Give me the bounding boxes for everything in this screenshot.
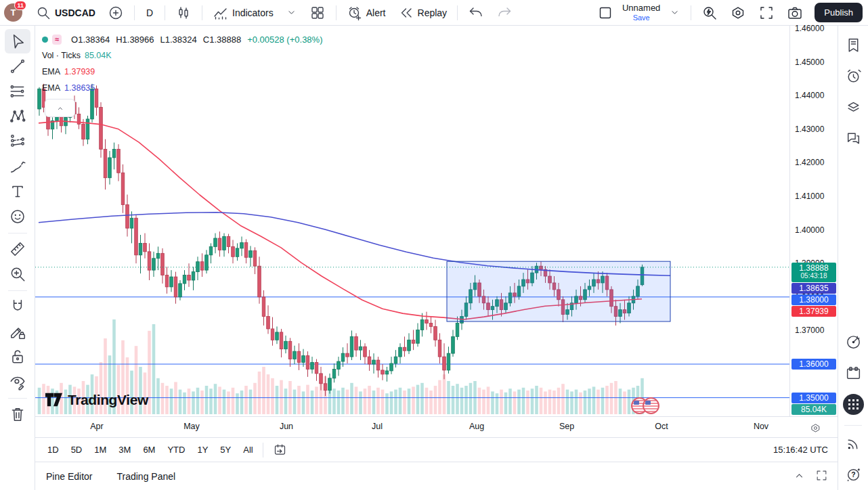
- plus-circle-icon: [108, 5, 124, 21]
- go-to-date-button[interactable]: [273, 443, 287, 457]
- tab-pine-editor[interactable]: Pine Editor: [46, 471, 92, 482]
- indicators-icon: [213, 5, 229, 21]
- fullscreen-button[interactable]: [754, 2, 779, 24]
- xabcd-icon: [9, 108, 26, 125]
- chart-pane: ≈ O1.38364 H1.38966 L1.38324 C1.38888 +0…: [35, 26, 838, 490]
- chat-button[interactable]: [843, 128, 864, 149]
- price-tick: 1.46000: [795, 23, 824, 34]
- compare-add-button[interactable]: [103, 2, 129, 24]
- range-all[interactable]: All: [238, 441, 258, 458]
- target-icon: [845, 334, 862, 351]
- replay-button[interactable]: Replay: [393, 2, 452, 24]
- cursor-tool[interactable]: [5, 29, 30, 53]
- range-5y[interactable]: 5Y: [215, 441, 236, 458]
- remove-drawings-button[interactable]: [5, 402, 30, 426]
- month-label: Apr: [90, 422, 103, 431]
- projection-icon: [9, 133, 26, 150]
- quick-search-button[interactable]: [697, 2, 722, 24]
- indicators-button[interactable]: Indicators: [208, 2, 278, 24]
- screenshot-button[interactable]: [782, 2, 808, 24]
- calendar-button[interactable]: [843, 363, 864, 384]
- price-axis[interactable]: 1.460001.450001.440001.430001.420001.410…: [789, 26, 838, 416]
- interval-button[interactable]: D: [140, 5, 159, 21]
- indicator-templates-button[interactable]: [281, 4, 302, 21]
- trend-line-tool[interactable]: [5, 54, 30, 79]
- forecast-tool[interactable]: [5, 129, 30, 154]
- alert-button[interactable]: Alert: [342, 2, 391, 24]
- layout-menu-chevron[interactable]: [664, 4, 685, 21]
- trend-line-icon: [9, 58, 26, 75]
- divider: [263, 443, 263, 458]
- chart-style-button[interactable]: [171, 2, 196, 24]
- rectangle-drawing[interactable]: [447, 261, 670, 321]
- time-axis[interactable]: AprMayJunJulAugSepOctNov: [35, 416, 838, 437]
- price-axis-label: 85.04K: [791, 404, 836, 415]
- range-ytd[interactable]: YTD: [162, 441, 190, 458]
- hide-drawings-button[interactable]: [5, 370, 30, 394]
- price-axis-label: 1.3888805:43:18: [791, 263, 836, 282]
- range-3m[interactable]: 3M: [113, 441, 136, 458]
- lock-drawings-button[interactable]: [5, 344, 30, 369]
- utc-clock[interactable]: 15:16:42 UTC: [773, 445, 828, 455]
- drawing-mode-button[interactable]: [5, 319, 30, 344]
- price-axis-label: 1.37939: [791, 306, 836, 317]
- interval-label: D: [145, 7, 154, 18]
- candles-icon: [175, 5, 192, 21]
- divider: [457, 5, 458, 20]
- zoom-in-tool[interactable]: [5, 262, 30, 286]
- emoji-tool[interactable]: [5, 204, 30, 229]
- save-link[interactable]: Save: [633, 14, 650, 22]
- object-tree-button[interactable]: [843, 97, 864, 118]
- text-tool[interactable]: [5, 179, 30, 204]
- measure-tool[interactable]: [5, 237, 30, 261]
- watchlist-button[interactable]: [843, 35, 864, 55]
- hotlists-button[interactable]: [843, 332, 864, 353]
- range-buttons: 1D5D1M3M6MYTD1Y5YAll: [42, 441, 287, 458]
- range-6m[interactable]: 6M: [137, 441, 160, 458]
- publish-button[interactable]: Publish: [815, 3, 863, 22]
- alerts-panel-button[interactable]: [843, 66, 864, 87]
- redo-button[interactable]: [492, 2, 517, 24]
- undo-button[interactable]: [463, 2, 489, 24]
- fib-lines-icon: [9, 83, 26, 100]
- divider: [134, 5, 135, 20]
- more-apps-button[interactable]: [843, 394, 864, 415]
- news-feed-button[interactable]: [843, 433, 864, 454]
- top-toolbar: T 11 USDCAD D Indicators: [0, 0, 868, 26]
- settings-button[interactable]: [725, 2, 751, 24]
- range-1y[interactable]: 1Y: [192, 441, 213, 458]
- calendar-icon: [845, 365, 862, 382]
- price-axis-label: 1.38635: [791, 283, 836, 294]
- brush-tool[interactable]: [5, 154, 30, 179]
- checkbox-icon: [597, 5, 613, 21]
- range-1d[interactable]: 1D: [42, 441, 64, 458]
- price-chart-canvas[interactable]: [35, 26, 789, 416]
- horizontal-lines-tool[interactable]: [5, 79, 30, 104]
- xabcd-pattern-tool[interactable]: [5, 104, 30, 129]
- range-5d[interactable]: 5D: [66, 441, 88, 458]
- range-toolbar: 1D5D1M3M6MYTD1Y5YAll 15:16:42 UTC: [35, 437, 838, 462]
- watchlist-icon: [845, 37, 862, 53]
- user-avatar[interactable]: T 11: [4, 3, 22, 22]
- goto-date-icon: [273, 443, 287, 457]
- chart-plot-area[interactable]: ≈ O1.38364 H1.38966 L1.38324 C1.38888 +0…: [35, 26, 789, 416]
- symbol-search-button[interactable]: USDCAD: [30, 2, 100, 24]
- panel-expand-button[interactable]: [793, 469, 806, 484]
- price-axis-label: 1.36000: [791, 359, 836, 370]
- magnet-mode-button[interactable]: [5, 294, 30, 319]
- help-icon: ?: [845, 466, 862, 483]
- economic-event-flags[interactable]: [631, 397, 659, 414]
- layout-grid-button[interactable]: [305, 2, 330, 24]
- panel-maximize-button[interactable]: [815, 469, 828, 484]
- alert-label: Alert: [366, 7, 386, 18]
- timezone-settings-button[interactable]: [808, 420, 823, 435]
- chat-bubbles-icon: [845, 130, 862, 147]
- tab-trading-panel[interactable]: Trading Panel: [116, 471, 175, 482]
- notification-badge: 11: [14, 1, 26, 10]
- price-tick: 1.40000: [795, 225, 824, 236]
- range-1m[interactable]: 1M: [89, 441, 112, 458]
- layout-name-menu[interactable]: Unnamed Save: [621, 3, 661, 21]
- save-checkbox[interactable]: [592, 2, 618, 24]
- help-button[interactable]: ?: [843, 464, 864, 485]
- expand-pane-button[interactable]: [45, 99, 75, 117]
